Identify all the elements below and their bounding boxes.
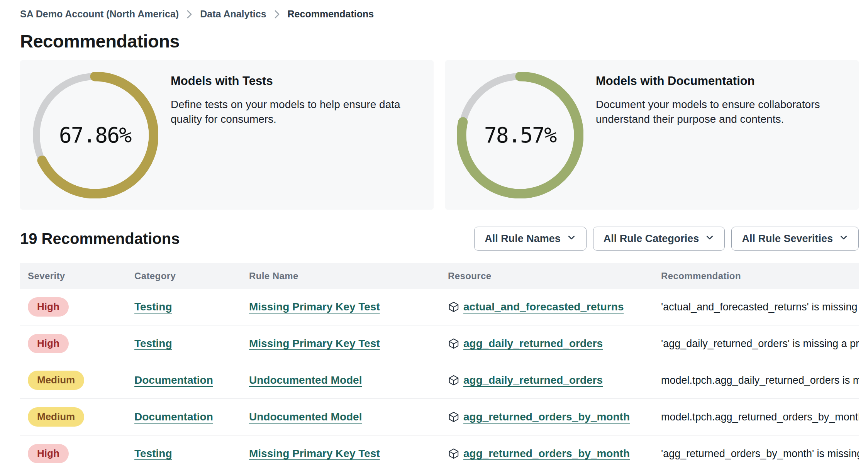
breadcrumb-project-link[interactable]: Data Analytics (200, 8, 266, 20)
recommendation-text: 'agg_returned_orders_by_month' is missin… (661, 448, 859, 460)
rule-name-link[interactable]: Missing Primary Key Test (249, 337, 380, 349)
category-link[interactable]: Testing (134, 337, 172, 349)
severity-badge: High (28, 297, 69, 316)
chevron-down-icon (567, 233, 576, 245)
resource-link[interactable]: agg_returned_orders_by_month (463, 447, 630, 460)
recommendations-count: 19 Recommendations (20, 230, 180, 247)
model-cube-icon (448, 374, 459, 386)
tests-donut-chart: 67.86% (32, 72, 158, 198)
rule-severities-filter-label: All Rule Severities (742, 233, 833, 245)
rule-name-link[interactable]: Undocumented Model (249, 374, 362, 386)
rule-severities-filter-dropdown[interactable]: All Rule Severities (731, 227, 859, 251)
resource-link[interactable]: agg_daily_returned_orders (463, 374, 603, 386)
severity-badge: Medium (28, 371, 84, 390)
rule-names-filter-label: All Rule Names (485, 233, 561, 245)
table-row: Medium Documentation Undocumented Model … (20, 362, 859, 399)
rule-categories-filter-dropdown[interactable]: All Rule Categories (593, 227, 725, 251)
column-header-rule-name: Rule Name (249, 271, 448, 281)
chevron-down-icon (839, 233, 848, 245)
model-cube-icon (448, 301, 459, 313)
model-cube-icon (448, 338, 459, 349)
chevron-right-icon (274, 10, 280, 19)
breadcrumb: SA Demo Account (North America) Data Ana… (20, 8, 859, 20)
models-with-tests-card: 67.86% Models with Tests Define tests on… (20, 60, 434, 210)
severity-badge: Medium (28, 407, 84, 426)
page-title: Recommendations (20, 30, 859, 52)
rule-name-link[interactable]: Undocumented Model (249, 411, 362, 423)
column-header-recommendation: Recommendation (661, 271, 859, 281)
models-with-documentation-card: 78.57% Models with Documentation Documen… (445, 60, 859, 210)
table-row: High Testing Missing Primary Key Test ac… (20, 289, 859, 325)
tests-percent-value: 67.86% (32, 72, 158, 198)
column-header-resource: Resource (448, 271, 661, 281)
card-title: Models with Tests (171, 74, 420, 88)
severity-badge: High (28, 334, 69, 353)
resource-link[interactable]: actual_and_forecasted_returns (463, 301, 624, 313)
table-row: Medium Documentation Undocumented Model … (20, 399, 859, 435)
rule-names-filter-dropdown[interactable]: All Rule Names (474, 227, 587, 251)
chevron-right-icon (186, 10, 192, 19)
recommendation-text: 'actual_and_forecasted_returns' is missi… (661, 301, 859, 313)
model-cube-icon (448, 448, 459, 459)
rule-categories-filter-label: All Rule Categories (604, 233, 699, 245)
list-toolbar: 19 Recommendations All Rule Names All Ru… (20, 227, 859, 251)
resource-link[interactable]: agg_returned_orders_by_month (463, 411, 630, 423)
recommendation-text: model.tpch.agg_daily_returned_orders is … (661, 374, 859, 386)
model-cube-icon (448, 411, 459, 423)
resource-link[interactable]: agg_daily_returned_orders (463, 337, 603, 350)
recommendation-text: model.tpch.agg_returned_orders_by_month … (661, 411, 859, 423)
category-link[interactable]: Documentation (134, 411, 213, 423)
recommendations-table: Severity Category Rule Name Resource Rec… (20, 263, 859, 471)
breadcrumb-account-link[interactable]: SA Demo Account (North America) (20, 8, 179, 20)
card-description: Document your models to ensure collabora… (596, 97, 845, 127)
filters: All Rule Names All Rule Categories All R… (474, 227, 859, 251)
breadcrumb-current: Recommendations (288, 8, 374, 20)
documentation-percent-value: 78.57% (457, 72, 583, 198)
metric-cards: 67.86% Models with Tests Define tests on… (20, 60, 859, 210)
table-row: High Testing Missing Primary Key Test ag… (20, 435, 859, 471)
rule-name-link[interactable]: Missing Primary Key Test (249, 301, 380, 313)
table-header-row: Severity Category Rule Name Resource Rec… (20, 263, 859, 289)
category-link[interactable]: Testing (134, 301, 172, 313)
severity-badge: High (28, 444, 69, 463)
recommendation-text: 'agg_daily_returned_orders' is missing a… (661, 338, 859, 350)
column-header-severity: Severity (28, 271, 134, 281)
card-description: Define tests on your models to help ensu… (171, 97, 420, 127)
column-header-category: Category (134, 271, 249, 281)
card-title: Models with Documentation (596, 74, 845, 88)
table-row: High Testing Missing Primary Key Test ag… (20, 325, 859, 362)
category-link[interactable]: Documentation (134, 374, 213, 386)
rule-name-link[interactable]: Missing Primary Key Test (249, 447, 380, 459)
chevron-down-icon (705, 233, 714, 245)
recommendations-page: SA Demo Account (North America) Data Ana… (0, 0, 868, 471)
category-link[interactable]: Testing (134, 447, 172, 459)
documentation-donut-chart: 78.57% (457, 72, 583, 198)
